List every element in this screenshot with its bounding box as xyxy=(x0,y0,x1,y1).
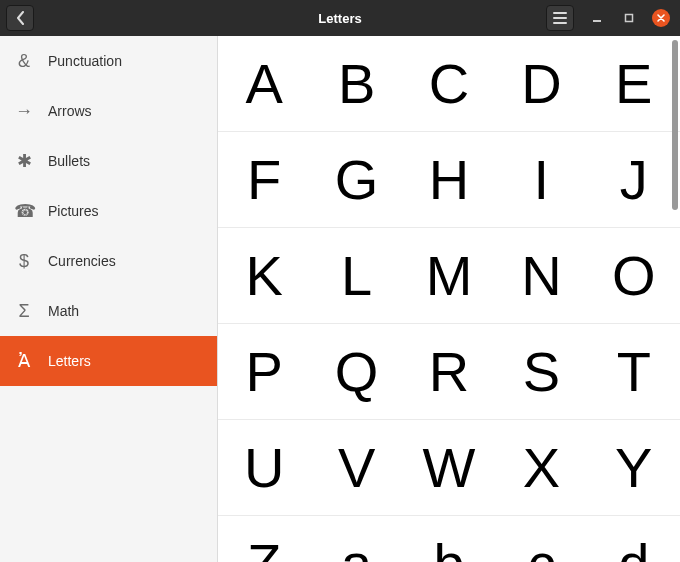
svg-rect-0 xyxy=(626,15,633,22)
sidebar-item-label: Letters xyxy=(48,353,91,369)
char-cell[interactable]: X xyxy=(495,420,587,516)
minimize-icon xyxy=(592,13,602,23)
char-cell[interactable]: A xyxy=(218,36,310,132)
char-cell[interactable]: C xyxy=(403,36,495,132)
minimize-button[interactable] xyxy=(588,9,606,27)
sigma-icon: Σ xyxy=(14,301,34,322)
character-grid: A B C D E F G H I J K L M N O P Q R S T … xyxy=(218,36,680,562)
sidebar: & Punctuation → Arrows ✱ Bullets ☎ Pictu… xyxy=(0,36,218,562)
sidebar-item-label: Currencies xyxy=(48,253,116,269)
ampersand-icon: & xyxy=(14,51,34,72)
char-cell[interactable]: N xyxy=(495,228,587,324)
window-title: Letters xyxy=(318,11,361,26)
char-cell[interactable]: I xyxy=(495,132,587,228)
hamburger-icon xyxy=(553,12,567,24)
titlebar: Letters xyxy=(0,0,680,36)
char-cell[interactable]: c xyxy=(495,516,587,562)
char-cell[interactable]: Q xyxy=(310,324,402,420)
sidebar-item-label: Bullets xyxy=(48,153,90,169)
char-cell[interactable]: b xyxy=(403,516,495,562)
char-cell[interactable]: a xyxy=(310,516,402,562)
char-cell[interactable]: T xyxy=(588,324,680,420)
scrollbar[interactable] xyxy=(670,36,680,562)
char-cell[interactable]: W xyxy=(403,420,495,516)
sidebar-item-letters[interactable]: Ἀ Letters xyxy=(0,336,217,386)
sidebar-item-math[interactable]: Σ Math xyxy=(0,286,217,336)
char-cell[interactable]: d xyxy=(588,516,680,562)
sidebar-item-label: Arrows xyxy=(48,103,92,119)
phone-icon: ☎ xyxy=(14,200,34,222)
char-cell[interactable]: M xyxy=(403,228,495,324)
char-cell[interactable]: R xyxy=(403,324,495,420)
sidebar-item-arrows[interactable]: → Arrows xyxy=(0,86,217,136)
char-cell[interactable]: G xyxy=(310,132,402,228)
dollar-icon: $ xyxy=(14,251,34,272)
sidebar-item-label: Pictures xyxy=(48,203,99,219)
char-cell[interactable]: B xyxy=(310,36,402,132)
content-area: & Punctuation → Arrows ✱ Bullets ☎ Pictu… xyxy=(0,36,680,562)
hamburger-menu-button[interactable] xyxy=(546,5,574,31)
char-cell[interactable]: K xyxy=(218,228,310,324)
char-cell[interactable]: L xyxy=(310,228,402,324)
char-cell[interactable]: J xyxy=(588,132,680,228)
back-button[interactable] xyxy=(6,5,34,31)
chevron-left-icon xyxy=(16,11,25,25)
sidebar-item-label: Punctuation xyxy=(48,53,122,69)
char-cell[interactable]: O xyxy=(588,228,680,324)
char-cell[interactable]: Z xyxy=(218,516,310,562)
window-controls xyxy=(588,9,674,27)
char-cell[interactable]: H xyxy=(403,132,495,228)
asterisk-icon: ✱ xyxy=(14,150,34,172)
maximize-button[interactable] xyxy=(620,9,638,27)
titlebar-right xyxy=(546,5,674,31)
scrollbar-thumb[interactable] xyxy=(672,40,678,210)
sidebar-item-bullets[interactable]: ✱ Bullets xyxy=(0,136,217,186)
sidebar-item-punctuation[interactable]: & Punctuation xyxy=(0,36,217,86)
char-cell[interactable]: D xyxy=(495,36,587,132)
arrow-icon: → xyxy=(14,101,34,122)
close-icon xyxy=(656,13,666,23)
sidebar-item-label: Math xyxy=(48,303,79,319)
char-cell[interactable]: Y xyxy=(588,420,680,516)
character-pane: A B C D E F G H I J K L M N O P Q R S T … xyxy=(218,36,680,562)
letter-icon: Ἀ xyxy=(14,350,34,372)
char-cell[interactable]: E xyxy=(588,36,680,132)
char-cell[interactable]: P xyxy=(218,324,310,420)
sidebar-item-currencies[interactable]: $ Currencies xyxy=(0,236,217,286)
char-cell[interactable]: S xyxy=(495,324,587,420)
close-button[interactable] xyxy=(652,9,670,27)
char-cell[interactable]: V xyxy=(310,420,402,516)
char-cell[interactable]: F xyxy=(218,132,310,228)
maximize-icon xyxy=(624,13,634,23)
sidebar-item-pictures[interactable]: ☎ Pictures xyxy=(0,186,217,236)
char-cell[interactable]: U xyxy=(218,420,310,516)
